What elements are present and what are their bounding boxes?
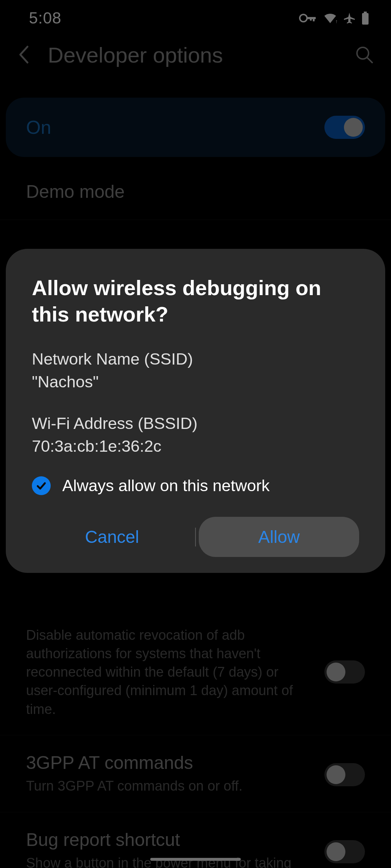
always-allow-label: Always allow on this network xyxy=(62,476,270,495)
always-allow-checkbox-row[interactable]: Always allow on this network xyxy=(32,476,359,495)
dialog-bssid-block: Wi-Fi Address (BSSID) 70:3a:cb:1e:36:2c xyxy=(32,412,359,458)
ssid-label: Network Name (SSID) xyxy=(32,348,359,370)
checkbox-checked-icon[interactable] xyxy=(32,476,51,495)
dialog-ssid-block: Network Name (SSID) "Nachos" xyxy=(32,348,359,393)
home-indicator[interactable] xyxy=(150,858,241,861)
ssid-value: "Nachos" xyxy=(32,370,359,393)
bssid-value: 70:3a:cb:1e:36:2c xyxy=(32,435,359,458)
dialog-button-row: Cancel Allow xyxy=(32,517,359,557)
dialog-title: Allow wireless debugging on this network… xyxy=(32,275,359,327)
cancel-button[interactable]: Cancel xyxy=(32,517,192,557)
button-separator xyxy=(195,528,196,546)
allow-button[interactable]: Allow xyxy=(199,517,359,557)
wireless-debugging-dialog: Allow wireless debugging on this network… xyxy=(6,249,385,573)
bssid-label: Wi-Fi Address (BSSID) xyxy=(32,412,359,435)
